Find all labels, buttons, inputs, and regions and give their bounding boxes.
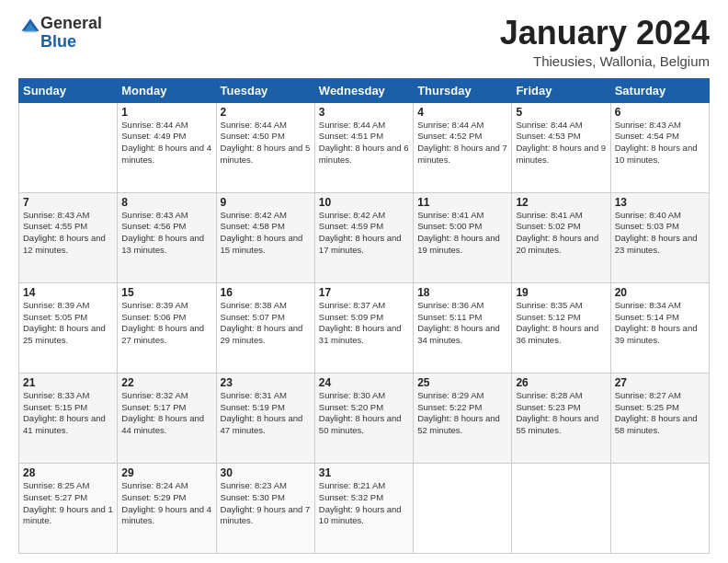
calendar-cell: 4Sunrise: 8:44 AMSunset: 4:52 PMDaylight… (414, 102, 512, 192)
day-number: 14 (23, 286, 113, 299)
day-number: 5 (516, 106, 606, 119)
calendar-table: SundayMondayTuesdayWednesdayThursdayFrid… (18, 78, 710, 554)
weekday-header-row: SundayMondayTuesdayWednesdayThursdayFrid… (19, 78, 710, 102)
day-number: 23 (221, 376, 311, 389)
day-number: 10 (319, 196, 409, 209)
calendar-cell: 17Sunrise: 8:37 AMSunset: 5:09 PMDayligh… (314, 282, 413, 373)
weekday-header-thursday: Thursday (414, 78, 512, 102)
day-number: 9 (221, 196, 311, 209)
weekday-header-tuesday: Tuesday (216, 78, 314, 102)
calendar-cell: 23Sunrise: 8:31 AMSunset: 5:19 PMDayligh… (216, 373, 314, 463)
day-info: Sunrise: 8:42 AMSunset: 4:59 PMDaylight:… (319, 210, 409, 257)
day-info: Sunrise: 8:43 AMSunset: 4:54 PMDaylight:… (615, 120, 705, 167)
calendar-cell: 21Sunrise: 8:33 AMSunset: 5:15 PMDayligh… (19, 373, 118, 463)
day-number: 6 (615, 106, 705, 119)
calendar-cell: 6Sunrise: 8:43 AMSunset: 4:54 PMDaylight… (610, 102, 709, 192)
logo-general-text: General (40, 14, 102, 32)
day-info: Sunrise: 8:21 AMSunset: 5:32 PMDaylight:… (319, 480, 409, 527)
day-number: 8 (121, 196, 211, 209)
calendar-cell (610, 463, 709, 553)
calendar-cell: 13Sunrise: 8:40 AMSunset: 5:03 PMDayligh… (610, 192, 709, 282)
calendar-cell: 22Sunrise: 8:32 AMSunset: 5:17 PMDayligh… (118, 373, 216, 463)
day-info: Sunrise: 8:39 AMSunset: 5:06 PMDaylight:… (121, 300, 211, 347)
day-number: 17 (319, 286, 409, 299)
day-info: Sunrise: 8:31 AMSunset: 5:19 PMDaylight:… (221, 390, 311, 437)
day-number: 18 (417, 286, 507, 299)
calendar-cell: 26Sunrise: 8:28 AMSunset: 5:23 PMDayligh… (512, 373, 610, 463)
day-info: Sunrise: 8:44 AMSunset: 4:53 PMDaylight:… (516, 120, 606, 167)
weekday-header-saturday: Saturday (610, 78, 709, 102)
header: General Blue January 2024 Thieusies, Wal… (18, 15, 710, 69)
day-number: 16 (221, 286, 311, 299)
calendar-week-4: 21Sunrise: 8:33 AMSunset: 5:15 PMDayligh… (19, 373, 710, 463)
calendar-cell: 3Sunrise: 8:44 AMSunset: 4:51 PMDaylight… (314, 102, 413, 192)
logo-text: General Blue (40, 15, 102, 52)
day-info: Sunrise: 8:43 AMSunset: 4:56 PMDaylight:… (121, 210, 211, 257)
day-info: Sunrise: 8:25 AMSunset: 5:27 PMDaylight:… (23, 480, 113, 527)
weekday-header-sunday: Sunday (19, 78, 118, 102)
calendar-cell: 14Sunrise: 8:39 AMSunset: 5:05 PMDayligh… (19, 282, 118, 373)
calendar-cell: 9Sunrise: 8:42 AMSunset: 4:58 PMDaylight… (216, 192, 314, 282)
calendar-cell: 30Sunrise: 8:23 AMSunset: 5:30 PMDayligh… (216, 463, 314, 553)
day-number: 29 (121, 466, 211, 479)
day-info: Sunrise: 8:33 AMSunset: 5:15 PMDaylight:… (23, 390, 113, 437)
calendar-cell: 10Sunrise: 8:42 AMSunset: 4:59 PMDayligh… (314, 192, 413, 282)
day-info: Sunrise: 8:30 AMSunset: 5:20 PMDaylight:… (319, 390, 409, 437)
calendar-cell: 19Sunrise: 8:35 AMSunset: 5:12 PMDayligh… (512, 282, 610, 373)
calendar-cell: 20Sunrise: 8:34 AMSunset: 5:14 PMDayligh… (610, 282, 709, 373)
day-number: 11 (417, 196, 507, 209)
calendar-cell: 5Sunrise: 8:44 AMSunset: 4:53 PMDaylight… (512, 102, 610, 192)
day-info: Sunrise: 8:40 AMSunset: 5:03 PMDaylight:… (615, 210, 705, 257)
day-info: Sunrise: 8:44 AMSunset: 4:52 PMDaylight:… (417, 120, 507, 167)
calendar-cell (512, 463, 610, 553)
day-info: Sunrise: 8:28 AMSunset: 5:23 PMDaylight:… (516, 390, 606, 437)
day-number: 19 (516, 286, 606, 299)
day-info: Sunrise: 8:42 AMSunset: 4:58 PMDaylight:… (221, 210, 311, 257)
calendar-week-2: 7Sunrise: 8:43 AMSunset: 4:55 PMDaylight… (19, 192, 710, 282)
day-info: Sunrise: 8:41 AMSunset: 5:00 PMDaylight:… (417, 210, 507, 257)
day-number: 26 (516, 376, 606, 389)
day-info: Sunrise: 8:27 AMSunset: 5:25 PMDaylight:… (615, 390, 705, 437)
day-number: 7 (23, 196, 113, 209)
calendar-cell: 1Sunrise: 8:44 AMSunset: 4:49 PMDaylight… (118, 102, 216, 192)
day-info: Sunrise: 8:43 AMSunset: 4:55 PMDaylight:… (23, 210, 113, 257)
day-info: Sunrise: 8:44 AMSunset: 4:50 PMDaylight:… (221, 120, 311, 167)
day-number: 20 (615, 286, 705, 299)
day-info: Sunrise: 8:38 AMSunset: 5:07 PMDaylight:… (221, 300, 311, 347)
day-info: Sunrise: 8:32 AMSunset: 5:17 PMDaylight:… (121, 390, 211, 437)
logo-icon (20, 17, 40, 38)
day-info: Sunrise: 8:35 AMSunset: 5:12 PMDaylight:… (516, 300, 606, 347)
logo-blue-text: Blue (40, 32, 76, 51)
day-info: Sunrise: 8:34 AMSunset: 5:14 PMDaylight:… (615, 300, 705, 347)
day-info: Sunrise: 8:41 AMSunset: 5:02 PMDaylight:… (516, 210, 606, 257)
day-info: Sunrise: 8:37 AMSunset: 5:09 PMDaylight:… (319, 300, 409, 347)
calendar-cell: 11Sunrise: 8:41 AMSunset: 5:00 PMDayligh… (414, 192, 512, 282)
day-number: 3 (319, 106, 409, 119)
calendar-cell: 24Sunrise: 8:30 AMSunset: 5:20 PMDayligh… (314, 373, 413, 463)
title-block: January 2024 Thieusies, Wallonia, Belgiu… (500, 15, 710, 69)
calendar-week-3: 14Sunrise: 8:39 AMSunset: 5:05 PMDayligh… (19, 282, 710, 373)
day-info: Sunrise: 8:29 AMSunset: 5:22 PMDaylight:… (417, 390, 507, 437)
logo: General Blue (18, 15, 102, 52)
day-number: 1 (121, 106, 211, 119)
day-number: 15 (121, 286, 211, 299)
day-number: 22 (121, 376, 211, 389)
day-number: 12 (516, 196, 606, 209)
calendar-cell: 29Sunrise: 8:24 AMSunset: 5:29 PMDayligh… (118, 463, 216, 553)
calendar-cell: 16Sunrise: 8:38 AMSunset: 5:07 PMDayligh… (216, 282, 314, 373)
calendar-week-5: 28Sunrise: 8:25 AMSunset: 5:27 PMDayligh… (19, 463, 710, 553)
day-info: Sunrise: 8:23 AMSunset: 5:30 PMDaylight:… (221, 480, 311, 527)
day-number: 24 (319, 376, 409, 389)
day-number: 25 (417, 376, 507, 389)
day-number: 2 (221, 106, 311, 119)
weekday-header-monday: Monday (118, 78, 216, 102)
calendar-cell: 18Sunrise: 8:36 AMSunset: 5:11 PMDayligh… (414, 282, 512, 373)
calendar-cell: 27Sunrise: 8:27 AMSunset: 5:25 PMDayligh… (610, 373, 709, 463)
calendar-cell: 15Sunrise: 8:39 AMSunset: 5:06 PMDayligh… (118, 282, 216, 373)
day-info: Sunrise: 8:44 AMSunset: 4:51 PMDaylight:… (319, 120, 409, 167)
calendar-cell: 7Sunrise: 8:43 AMSunset: 4:55 PMDaylight… (19, 192, 118, 282)
calendar-cell: 25Sunrise: 8:29 AMSunset: 5:22 PMDayligh… (414, 373, 512, 463)
weekday-header-wednesday: Wednesday (314, 78, 413, 102)
calendar-cell: 31Sunrise: 8:21 AMSunset: 5:32 PMDayligh… (314, 463, 413, 553)
day-number: 21 (23, 376, 113, 389)
